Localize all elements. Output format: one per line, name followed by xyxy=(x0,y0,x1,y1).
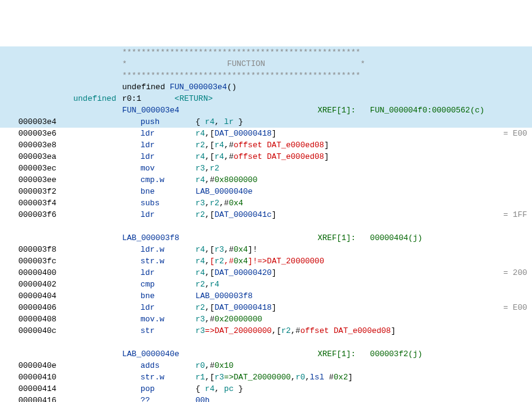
operands[interactable]: r4,[r3,#0x4]! xyxy=(195,244,532,255)
operands[interactable]: r2,[r4,#offset DAT_e000ed08] xyxy=(195,139,532,151)
instruction-row[interactable]: 000003e8ldrr2,[r4,#offset DAT_e000ed08] xyxy=(0,139,532,151)
address[interactable]: 00000402 xyxy=(18,279,73,290)
instruction-row[interactable]: 0000040eaddsr0,#0x10 xyxy=(0,360,532,371)
mnemonic: mov.w xyxy=(140,313,195,325)
address[interactable]: 000003ee xyxy=(18,174,73,186)
label-name[interactable]: LAB_0000040e xyxy=(122,349,180,359)
mnemonic: ldr.w xyxy=(140,244,195,255)
function-label-name[interactable]: FUN_000003e4 xyxy=(122,106,180,115)
mnemonic: ldr xyxy=(140,139,195,151)
mnemonic: str.w xyxy=(140,255,195,267)
mnemonic: push xyxy=(140,116,195,128)
eol-comment: = 1FF xyxy=(484,209,532,221)
instruction-row[interactable]: 00000402cmpr2,r4 xyxy=(0,279,532,290)
address[interactable]: 000003e6 xyxy=(18,128,73,139)
address[interactable]: 000003f6 xyxy=(18,209,73,221)
operands[interactable]: r4,[r4,#offset DAT_e000ed08] xyxy=(195,151,532,163)
instruction-row[interactable]: 000003f8ldr.wr4,[r3,#0x4]! xyxy=(0,244,532,255)
xref-count: XREF[1]: xyxy=(318,349,355,359)
function-label[interactable]: FUN_000003e4XREF[1]: FUN_000004f0:000005… xyxy=(0,104,532,116)
address[interactable]: 0000040c xyxy=(18,325,73,337)
operands[interactable]: { r4, lr } xyxy=(195,116,532,128)
mnemonic: ldr xyxy=(140,209,195,221)
address[interactable]: 0000040e xyxy=(18,360,73,371)
operands[interactable]: LAB_000003f8 xyxy=(195,290,532,302)
address[interactable]: 00000408 xyxy=(18,313,73,325)
address[interactable]: 000003e8 xyxy=(18,139,73,151)
address[interactable]: 00000414 xyxy=(18,383,73,395)
disassembly-listing[interactable]: ****************************************… xyxy=(0,46,532,402)
operands[interactable]: r2,[DAT_0000041c] xyxy=(195,209,484,221)
mnemonic: ldr xyxy=(140,151,195,163)
eol-comment: = E00 xyxy=(484,302,532,313)
xref-count: XREF[1]: xyxy=(318,233,355,243)
address[interactable]: 000003e4 xyxy=(18,116,73,128)
instruction-row[interactable]: 000003f6ldrr2,[DAT_0000041c]= 1FF xyxy=(0,209,532,221)
instruction-row[interactable]: 00000406ldrr2,[DAT_00000418]= E00 xyxy=(0,302,532,313)
address[interactable]: 000003ea xyxy=(18,151,73,163)
mnemonic: bne xyxy=(140,290,195,302)
address[interactable]: 00000400 xyxy=(18,267,73,279)
instruction-row[interactable]: 000003eecmp.wr4,#0x8000000 xyxy=(0,174,532,186)
operands[interactable]: r4,[DAT_00000418] xyxy=(195,128,484,139)
label-name[interactable]: LAB_000003f8 xyxy=(122,233,180,243)
operands[interactable]: r2,r4 xyxy=(195,279,532,290)
address[interactable]: 00000404 xyxy=(18,290,73,302)
function-name[interactable]: FUN_000003e4 xyxy=(170,82,227,92)
xref-link[interactable]: 00000404(j) xyxy=(370,233,423,243)
instruction-row[interactable]: 00000408mov.wr3,#0x20000000 xyxy=(0,313,532,325)
blank-line xyxy=(0,337,532,348)
code-label[interactable]: LAB_0000040eXREF[1]: 000003f2(j) xyxy=(0,348,532,360)
instruction-row[interactable]: 000003e6ldrr4,[DAT_00000418]= E00 xyxy=(0,128,532,139)
operands[interactable]: r1,[r3=>DAT_20000000,r0,lsl #0x2] xyxy=(195,371,532,383)
mnemonic: str xyxy=(140,325,195,337)
address[interactable]: 00000416 xyxy=(18,395,73,402)
address[interactable]: 000003fc xyxy=(18,255,73,267)
operands[interactable]: LAB_0000040e xyxy=(195,186,532,197)
instruction-row[interactable]: 000003fcstr.wr4,[r2,#0x4]!=>DAT_20000000 xyxy=(0,255,532,267)
mnemonic: str.w xyxy=(140,371,195,383)
xref-link[interactable]: 000003f2(j) xyxy=(370,349,423,359)
function-banner-title: * FUNCTION * xyxy=(0,58,532,70)
address[interactable]: 000003ec xyxy=(18,163,73,174)
function-signature[interactable]: undefined FUN_000003e4() xyxy=(0,81,532,93)
operands[interactable]: r4,[r2,#0x4]!=>DAT_20000000 xyxy=(195,255,532,267)
instruction-row[interactable]: 000003f4subsr3,r2,#0x4 xyxy=(0,197,532,209)
operands[interactable]: r0,#0x10 xyxy=(195,360,532,371)
operands[interactable]: r4,#0x8000000 xyxy=(195,174,532,186)
instruction-row[interactable]: 000003ealdrr4,[r4,#offset DAT_e000ed08] xyxy=(0,151,532,163)
address[interactable]: 000003f8 xyxy=(18,244,73,255)
operands[interactable]: r3=>DAT_20000000,[r2,#offset DAT_e000ed0… xyxy=(195,325,532,337)
xref-count: XREF[1]: xyxy=(318,106,355,115)
address[interactable]: 000003f4 xyxy=(18,197,73,209)
instruction-row[interactable]: 000003f2bneLAB_0000040e xyxy=(0,186,532,197)
operands[interactable]: { r4, pc } xyxy=(195,383,532,395)
operands[interactable]: 00h xyxy=(195,395,532,402)
xref-link[interactable]: FUN_000004f0:00000562(c) xyxy=(370,106,484,115)
instruction-row[interactable]: 00000400ldrr4,[DAT_00000420]= 200 xyxy=(0,267,532,279)
operands[interactable]: r2,[DAT_00000418] xyxy=(195,302,484,313)
mnemonic: ?? xyxy=(140,395,195,402)
mnemonic: mov xyxy=(140,163,195,174)
return-storage: undefinedr0:1 <RETURN> xyxy=(0,93,532,104)
instruction-row[interactable]: 0000040cstrr3=>DAT_20000000,[r2,#offset … xyxy=(0,325,532,337)
operands[interactable]: r4,[DAT_00000420] xyxy=(195,267,484,279)
blank-line xyxy=(0,221,532,232)
instruction-row[interactable]: 000003ecmovr3,r2 xyxy=(0,163,532,174)
address[interactable]: 00000410 xyxy=(18,371,73,383)
mnemonic: bne xyxy=(140,186,195,197)
mnemonic: adds xyxy=(140,360,195,371)
instruction-row[interactable]: 00000416??00h xyxy=(0,395,532,402)
instruction-row[interactable]: 00000410str.wr1,[r3=>DAT_20000000,r0,lsl… xyxy=(0,371,532,383)
operands[interactable]: r3,r2,#0x4 xyxy=(195,197,532,209)
instruction-row[interactable]: 000003e4push{ r4, lr } xyxy=(0,116,532,128)
operands[interactable]: r3,r2 xyxy=(195,163,532,174)
function-banner-top: ****************************************… xyxy=(0,46,532,58)
instruction-row[interactable]: 00000404bneLAB_000003f8 xyxy=(0,290,532,302)
function-banner-bottom: ****************************************… xyxy=(0,70,532,81)
address[interactable]: 000003f2 xyxy=(18,186,73,197)
code-label[interactable]: LAB_000003f8XREF[1]: 00000404(j) xyxy=(0,232,532,244)
operands[interactable]: r3,#0x20000000 xyxy=(195,313,532,325)
address[interactable]: 00000406 xyxy=(18,302,73,313)
instruction-row[interactable]: 00000414pop{ r4, pc } xyxy=(0,383,532,395)
